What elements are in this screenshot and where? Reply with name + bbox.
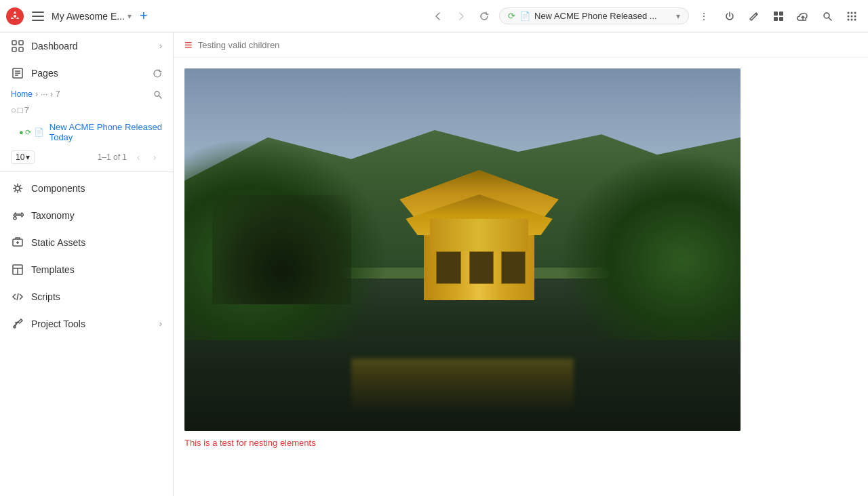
sidebar-item-static-assets[interactable]: Static Assets: [0, 229, 173, 256]
svg-point-14: [854, 12, 856, 14]
project-dropdown-icon: ▾: [127, 12, 132, 21]
hamburger-button[interactable]: [28, 7, 47, 26]
grid-button[interactable]: [768, 5, 789, 27]
static-assets-label: Static Assets: [31, 237, 162, 248]
pages-label: Pages: [31, 68, 146, 79]
content-body: This is a test for nesting elements: [174, 58, 868, 496]
page-doc-icon: 📄: [34, 127, 44, 137]
breadcrumb-search-icon[interactable]: [153, 90, 162, 99]
page-circle-icon: ○: [11, 105, 16, 115]
scripts-icon: [11, 290, 24, 304]
page-item-name: New ACME Phone Released Today: [50, 122, 162, 142]
page-item-num: 7: [24, 105, 29, 115]
content-subtitle: Testing valid children: [198, 40, 280, 50]
taxonomy-icon: [11, 209, 24, 222]
svg-line-30: [159, 96, 161, 98]
svg-rect-21: [12, 41, 16, 45]
page-info: 1–1 of 1: [98, 152, 127, 162]
topbar: My Awesome E... ▾ + ⟳ 📄 New ACME Phone R…: [0, 0, 868, 33]
breadcrumb-home[interactable]: Home: [11, 89, 33, 99]
search-button[interactable]: [816, 5, 838, 27]
url-bar[interactable]: ⟳ 📄 New ACME Phone Released ... ▾: [499, 7, 689, 24]
content-header: ≡ Testing valid children: [174, 33, 868, 58]
components-label: Components: [31, 183, 162, 194]
templates-icon: [11, 263, 24, 276]
sidebar-item-scripts[interactable]: Scripts: [0, 283, 173, 310]
svg-rect-8: [774, 17, 778, 21]
scripts-label: Scripts: [31, 291, 162, 302]
breadcrumb: Home › ··· › 7: [0, 87, 173, 102]
browser-nav: [427, 5, 495, 27]
per-page-dropdown-icon: ▾: [26, 152, 30, 162]
project-tools-label: Project Tools: [31, 318, 153, 329]
url-text: New ACME Phone Released ...: [534, 11, 672, 21]
apps-button[interactable]: [841, 5, 863, 27]
breadcrumb-num: 7: [56, 89, 60, 99]
project-tools-icon: [11, 317, 24, 331]
content-area: ≡ Testing valid children: [174, 33, 868, 496]
svg-line-37: [17, 293, 18, 300]
main-layout: Dashboard › Pages Ho: [0, 33, 868, 496]
prev-page-button[interactable]: ‹: [131, 150, 146, 165]
breadcrumb-dots[interactable]: ···: [41, 89, 47, 99]
components-icon: [11, 182, 24, 195]
pages-refresh-icon[interactable]: [153, 68, 162, 78]
page-folder-icon: □: [18, 105, 23, 115]
sidebar-item-pages[interactable]: Pages: [0, 60, 173, 87]
svg-line-11: [829, 18, 831, 20]
page-item-named[interactable]: ● ⟳ 📄 New ACME Phone Released Today: [0, 119, 173, 146]
templates-label: Templates: [31, 264, 162, 275]
pagination-bar: 10 ▾ 1–1 of 1 ‹ ›: [0, 146, 173, 169]
forward-button[interactable]: [450, 5, 472, 27]
svg-point-13: [851, 12, 853, 14]
project-name[interactable]: My Awesome E... ▾: [52, 11, 132, 22]
svg-rect-23: [12, 47, 16, 51]
page-active-icon: ●: [19, 128, 24, 136]
more-options-button[interactable]: ⋮: [693, 5, 715, 27]
sidebar-item-templates[interactable]: Templates: [0, 256, 173, 283]
cloud-upload-button[interactable]: [792, 5, 814, 27]
breadcrumb-separator2: ›: [50, 89, 53, 99]
dashboard-icon: [11, 39, 24, 53]
svg-rect-5: [32, 20, 44, 21]
add-button[interactable]: +: [136, 8, 152, 24]
topbar-right-actions: [719, 5, 863, 27]
svg-point-16: [851, 15, 853, 17]
sidebar: Dashboard › Pages Ho: [0, 33, 174, 496]
app-logo[interactable]: [5, 7, 24, 26]
svg-point-18: [848, 18, 850, 20]
svg-rect-6: [774, 12, 778, 16]
per-page-select[interactable]: 10 ▾: [11, 150, 35, 164]
back-button[interactable]: [427, 5, 449, 27]
sidebar-item-taxonomy[interactable]: Taxonomy: [0, 202, 173, 229]
edit-button[interactable]: [743, 5, 765, 27]
svg-rect-22: [19, 41, 23, 45]
per-page-value: 10: [16, 152, 24, 162]
breadcrumb-separator: ›: [35, 89, 38, 99]
svg-point-19: [851, 18, 853, 20]
svg-point-17: [854, 15, 856, 17]
url-dropdown-icon: ▾: [676, 12, 680, 21]
svg-point-15: [848, 15, 850, 17]
content-menu-icon[interactable]: ≡: [184, 38, 193, 51]
pages-icon: [11, 66, 24, 80]
page-item-icons: ○ □ 7: [11, 105, 29, 115]
svg-rect-24: [19, 47, 23, 51]
refresh-button[interactable]: [473, 5, 495, 27]
svg-rect-3: [32, 12, 44, 13]
sidebar-item-project-tools[interactable]: Project Tools ›: [0, 310, 173, 337]
sidebar-item-components[interactable]: Components: [0, 175, 173, 202]
taxonomy-label: Taxonomy: [31, 210, 162, 221]
page-item[interactable]: ○ □ 7: [0, 102, 173, 119]
power-button[interactable]: [719, 5, 741, 27]
sidebar-item-dashboard[interactable]: Dashboard ›: [0, 33, 173, 60]
svg-rect-4: [32, 16, 44, 17]
doc-icon: 📄: [519, 11, 530, 21]
project-tools-expand-icon: ›: [159, 319, 162, 329]
page-nav: ‹ ›: [131, 150, 162, 165]
dashboard-expand-icon: ›: [159, 41, 162, 51]
svg-point-2: [14, 15, 16, 18]
next-page-button[interactable]: ›: [147, 150, 162, 165]
svg-point-20: [854, 18, 856, 20]
sidebar-divider: [0, 171, 173, 172]
